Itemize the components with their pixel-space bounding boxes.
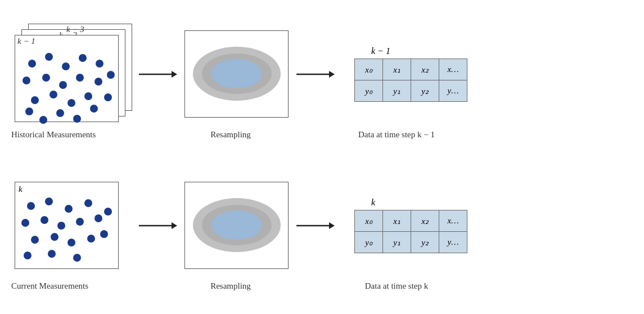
svg-point-1 (45, 53, 53, 61)
svg-point-19 (39, 116, 47, 124)
arrow2-svg-top (295, 68, 335, 81)
svg-point-36 (94, 214, 102, 222)
current-caption: Current Measurements (11, 281, 88, 290)
resample-box-top (180, 24, 292, 125)
svg-point-45 (104, 208, 112, 216)
top-section: k − 3 k − 2 k − 1 (11, 6, 633, 157)
svg-marker-22 (172, 71, 177, 78)
data-table-bottom: k x₀ x₁ x₂ x… y₀ y₁ y₂ y… (337, 198, 484, 253)
caption-current: Current Measurements (11, 281, 129, 291)
dots-svg-bottom (15, 195, 118, 271)
table-cell: x… (439, 59, 467, 80)
resample-caption-bottom: Resampling (210, 281, 251, 290)
svg-point-39 (67, 239, 75, 246)
svg-marker-47 (172, 222, 177, 229)
arrow2-svg-bottom (295, 219, 335, 232)
table-cell: y₂ (411, 232, 439, 253)
single-card: k (15, 182, 119, 269)
svg-point-3 (79, 54, 87, 62)
table-row: y₀ y₁ y₂ y… (355, 80, 467, 102)
svg-point-15 (56, 109, 64, 117)
current-measurements-box: k (11, 179, 135, 272)
svg-point-10 (31, 96, 39, 104)
historical-measurements-box: k − 3 k − 2 k − 1 (11, 24, 135, 125)
svg-point-4 (96, 60, 103, 68)
svg-point-41 (24, 252, 31, 259)
arrow2-bottom (292, 219, 337, 232)
resample-inner-bottom (184, 182, 289, 269)
table-cell: x₀ (355, 59, 383, 80)
dots-svg-top (15, 47, 118, 125)
svg-point-40 (87, 235, 95, 243)
svg-point-32 (21, 219, 29, 227)
stack-card-front: k − 1 (15, 35, 119, 122)
table-cell: x₁ (383, 59, 411, 80)
arrow2-top (292, 68, 337, 81)
table-cell: y… (439, 232, 467, 253)
svg-point-9 (94, 78, 102, 86)
svg-point-2 (62, 62, 70, 70)
svg-marker-27 (329, 71, 335, 78)
svg-point-20 (73, 115, 81, 123)
caption-resample-top: Resampling (174, 129, 287, 140)
svg-point-33 (40, 216, 48, 224)
svg-point-11 (49, 91, 57, 98)
table-row: y₀ y₁ y₂ y… (355, 232, 467, 253)
svg-point-38 (51, 233, 58, 241)
arrow1-svg-top (138, 68, 177, 81)
svg-point-28 (27, 202, 35, 210)
svg-point-50 (211, 210, 262, 240)
resample-box-bottom (180, 175, 292, 276)
table-cell: x₀ (355, 210, 383, 232)
svg-point-0 (28, 60, 36, 68)
top-content-row: k − 3 k − 2 k − 1 (11, 24, 633, 125)
arrow1-svg-bottom (138, 219, 177, 232)
caption-data-bottom: Data at time step k (332, 281, 478, 291)
ellipse-svg-top (187, 33, 286, 115)
table-cell: y₀ (355, 80, 383, 102)
table-cell: y₁ (383, 80, 411, 102)
bottom-content-row: k (11, 175, 633, 276)
svg-point-13 (84, 92, 92, 100)
table-cell: y₀ (355, 232, 383, 253)
main-container: k − 3 k − 2 k − 1 (0, 0, 644, 314)
data-grid-bottom: x₀ x₁ x₂ x… y₀ y₁ y₂ y… (354, 210, 467, 253)
resample-inner-top (184, 30, 289, 118)
table-cell: x… (439, 210, 467, 232)
table-k-label-bottom: k (371, 198, 375, 208)
svg-point-25 (211, 59, 262, 88)
svg-point-31 (84, 199, 92, 207)
svg-point-35 (76, 218, 84, 226)
svg-point-16 (90, 105, 98, 113)
svg-point-42 (48, 250, 56, 258)
table-cell: y₁ (383, 232, 411, 253)
single-k-label: k (19, 185, 22, 194)
resample-caption-top: Resampling (210, 130, 251, 139)
caption-row-bottom: Current Measurements Resampling Data at … (11, 281, 633, 291)
table-cell: x₂ (411, 210, 439, 232)
svg-marker-52 (329, 222, 335, 229)
caption-resample-bottom: Resampling (174, 281, 287, 291)
svg-point-29 (45, 198, 53, 205)
arrow1-bottom (135, 219, 180, 232)
table-cell: x₁ (383, 210, 411, 232)
data-caption-top: Data at time step k − 1 (358, 130, 435, 140)
svg-point-6 (42, 74, 50, 82)
historical-caption: Historical Measurements (11, 130, 96, 139)
svg-point-43 (73, 254, 81, 262)
table-cell: x₂ (411, 59, 439, 80)
caption-row-top: Historical Measurements Resampling Data … (11, 129, 633, 140)
table-cell: y… (439, 80, 467, 102)
data-caption-bottom: Data at time step k (365, 281, 428, 291)
caption-historical: Historical Measurements (11, 129, 129, 140)
arrow1-top (135, 68, 180, 81)
svg-point-18 (107, 71, 115, 79)
data-grid-top: x₀ x₁ x₂ x… y₀ y₁ y₂ y… (354, 59, 467, 102)
svg-point-14 (25, 107, 33, 115)
svg-point-8 (76, 74, 84, 82)
svg-point-12 (67, 99, 75, 107)
bottom-section: k (11, 157, 633, 308)
caption-data-top: Data at time step k − 1 (332, 129, 478, 140)
svg-point-30 (65, 205, 73, 213)
svg-point-37 (31, 236, 39, 244)
